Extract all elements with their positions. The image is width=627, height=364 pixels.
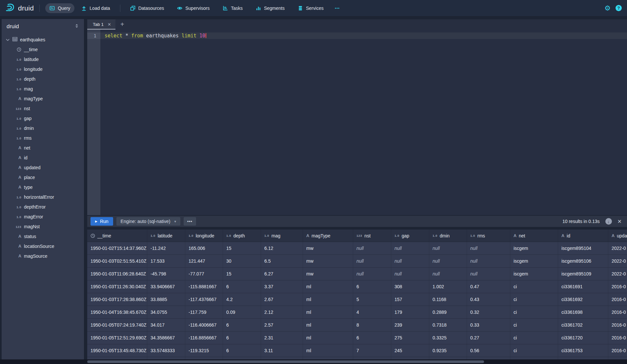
table-cell[interactable]: null [391, 268, 429, 280]
table-cell[interactable]: ci3361698 [558, 306, 608, 318]
table-cell[interactable]: 2016-0 [608, 319, 627, 331]
tree-column-type[interactable]: Atype [2, 182, 84, 192]
tree-column-place[interactable]: Aplace [2, 172, 84, 182]
table-cell[interactable]: 165.006 [185, 242, 223, 254]
table-cell[interactable]: ci [510, 293, 558, 306]
table-cell[interactable]: 4 [353, 306, 391, 318]
table-cell[interactable]: 2.57 [261, 319, 303, 331]
table-cell[interactable]: -45.798 [147, 268, 185, 280]
table-cell[interactable]: 1950-01-03T17:26:38.860Z [87, 293, 147, 306]
table-cell[interactable]: 2.31 [261, 332, 303, 344]
table-cell[interactable]: 6 [353, 280, 391, 293]
table-cell[interactable]: ci [510, 280, 558, 293]
table-cell[interactable]: 2022-0 [608, 242, 627, 254]
tree-column-latitude[interactable]: 1.0latitude [2, 54, 84, 64]
sort-double-caret-icon[interactable] [74, 23, 79, 30]
table-cell[interactable]: 1.002 [429, 280, 467, 293]
table-cell[interactable]: null [429, 268, 467, 280]
table-cell[interactable]: 2016-0 [608, 293, 627, 306]
table-cell[interactable]: null [467, 255, 510, 267]
table-cell[interactable]: mw [303, 255, 353, 267]
table-cell[interactable]: 2016-0 [608, 280, 627, 293]
table-cell[interactable]: ml [303, 332, 353, 344]
table-cell[interactable]: 3.11 [261, 344, 303, 357]
column-header-rms[interactable]: 1.0rms [467, 230, 510, 242]
tree-column-__time[interactable]: __time [2, 45, 84, 54]
table-cell[interactable]: 2016-0 [608, 306, 627, 318]
table-cell[interactable]: iscgem895109 [558, 268, 608, 280]
table-cell[interactable]: 0.1168 [429, 293, 467, 306]
table-cell[interactable]: null [429, 255, 467, 267]
table-cell[interactable]: 0.2889 [429, 306, 467, 318]
tree-column-id[interactable]: Aid [2, 153, 84, 163]
table-cell[interactable]: 33.9406667 [147, 280, 185, 293]
table-cell[interactable]: -115.8881667 [185, 280, 223, 293]
table-cell[interactable]: null [429, 242, 467, 254]
table-cell[interactable]: iscgem895106 [558, 255, 608, 267]
more-options-button[interactable]: ••• [184, 217, 196, 226]
run-button[interactable]: ▶ Run [91, 217, 113, 226]
table-cell[interactable]: null [353, 242, 391, 254]
table-cell[interactable]: 3.37 [261, 280, 303, 293]
table-cell[interactable]: -116.4006667 [185, 319, 223, 331]
table-cell[interactable]: 15 [223, 268, 261, 280]
table-cell[interactable]: -116.8856667 [185, 332, 223, 344]
table-cell[interactable]: ci3361692 [558, 293, 608, 306]
column-header-id[interactable]: Aid [558, 230, 608, 242]
table-cell[interactable]: 2.12 [261, 306, 303, 318]
table-cell[interactable]: -11.242 [147, 242, 185, 254]
column-header-depth[interactable]: 1.0depth [223, 230, 261, 242]
chevron-down-icon[interactable] [6, 38, 10, 42]
tree-column-magNst[interactable]: 123magNst [2, 222, 84, 232]
table-cell[interactable]: 6.12 [261, 242, 303, 254]
table-cell[interactable]: null [353, 255, 391, 267]
nav-item-services[interactable]: Services [293, 3, 328, 13]
nav-item-tasks[interactable]: Tasks [218, 3, 247, 13]
sql-editor[interactable]: 1 select * from earthquakes limit 10 [87, 30, 627, 215]
table-cell[interactable]: 1950-01-03T11:26:30.040Z [87, 280, 147, 293]
table-cell[interactable]: 1950-01-03T02:51:55.410Z [87, 255, 147, 267]
table-cell[interactable]: -117.759 [185, 306, 223, 318]
table-cell[interactable]: 245 [391, 344, 429, 357]
tree-column-depth[interactable]: 1.0depth [2, 74, 84, 84]
table-cell[interactable]: 1950-01-05T13:45:48.730Z [87, 344, 147, 357]
table-cell[interactable]: ci3361753 [558, 344, 608, 357]
tree-column-gap[interactable]: 1.0gap [2, 113, 84, 123]
table-cell[interactable]: 34.0755 [147, 306, 185, 318]
table-cell[interactable]: 0.09 [223, 306, 261, 318]
table-cell[interactable]: mw [303, 268, 353, 280]
column-header-dmin[interactable]: 1.0dmin [429, 230, 467, 242]
tree-column-net[interactable]: Anet [2, 143, 84, 153]
table-cell[interactable]: ml [303, 319, 353, 331]
table-cell[interactable]: 5 [353, 293, 391, 306]
tree-column-rms[interactable]: 1.0rms [2, 133, 84, 143]
tree-table-earthquakes[interactable]: earthquakes [2, 35, 84, 45]
table-cell[interactable]: 0.47 [467, 280, 510, 293]
nav-item-segments[interactable]: Segments [252, 3, 289, 13]
table-cell[interactable]: 1950-01-03T11:06:28.640Z [87, 268, 147, 280]
table-cell[interactable]: 0.56 [467, 344, 510, 357]
tree-column-horizontalError[interactable]: 1.0horizontalError [2, 192, 84, 202]
column-header-__time[interactable]: __time [87, 230, 147, 242]
table-cell[interactable]: ci3361720 [558, 332, 608, 344]
help-icon[interactable]: ? [616, 5, 622, 11]
table-cell[interactable]: 2022-0 [608, 255, 627, 267]
tree-column-mag[interactable]: 1.0mag [2, 84, 84, 94]
table-cell[interactable]: 2016-0 [608, 332, 627, 344]
nav-item-datasources[interactable]: Datasources [126, 3, 169, 13]
table-cell[interactable]: 275 [391, 332, 429, 344]
table-cell[interactable]: ci [510, 319, 558, 331]
table-cell[interactable]: 17.533 [147, 255, 185, 267]
table-cell[interactable]: 0.32 [467, 306, 510, 318]
table-cell[interactable]: ci [510, 306, 558, 318]
table-cell[interactable]: 2022-0 [608, 268, 627, 280]
table-cell[interactable]: -119.3215 [185, 344, 223, 357]
table-cell[interactable]: 30 [223, 255, 261, 267]
table-cell[interactable]: 1950-01-05T12:51:29.690Z [87, 332, 147, 344]
table-cell[interactable]: 6.5 [261, 255, 303, 267]
table-cell[interactable]: 6 [223, 319, 261, 331]
nav-item-more-menu[interactable] [333, 3, 342, 13]
tree-column-magType[interactable]: AmagType [2, 94, 84, 104]
download-results-icon[interactable]: ↓ [605, 218, 612, 225]
tree-column-status[interactable]: Astatus [2, 232, 84, 241]
